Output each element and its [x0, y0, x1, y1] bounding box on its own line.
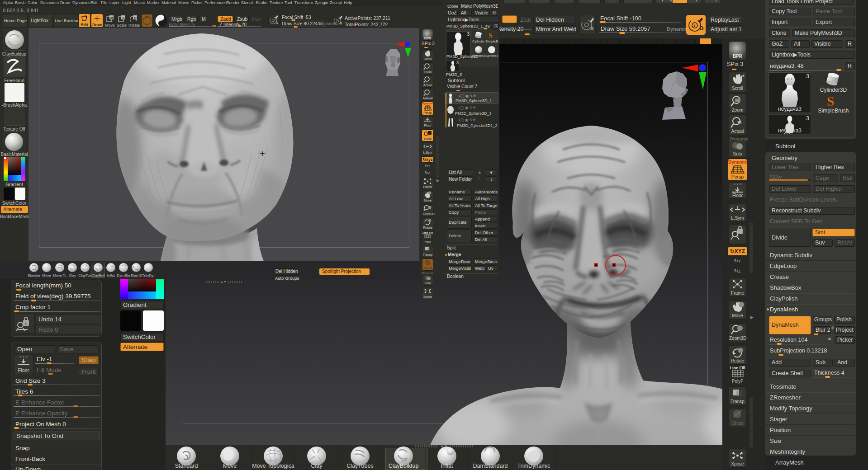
- svg-text:D: D: [340, 21, 342, 25]
- svg-text:S: S: [123, 16, 125, 20]
- svg-text:ClayTubes: ClayTubes: [346, 463, 373, 469]
- svg-text:DamStandard: DamStandard: [473, 463, 508, 469]
- svg-text:x1: x1: [737, 120, 742, 124]
- svg-text:Move Tc: Move Tc: [53, 273, 66, 277]
- svg-text:ClayBuildup: ClayBuildup: [389, 463, 419, 469]
- svg-text:DamSta: DamSta: [117, 273, 130, 277]
- svg-text:Clay: Clay: [311, 463, 323, 469]
- svg-text:Standar: Standar: [28, 273, 40, 277]
- svg-text:Inflat: Inflat: [107, 273, 115, 277]
- svg-text:M: M: [110, 16, 113, 20]
- svg-text:ClayTub: ClayTub: [78, 273, 92, 277]
- svg-text:S: S: [275, 21, 278, 25]
- svg-text:S: S: [489, 32, 493, 39]
- svg-text:ClayBuil: ClayBuil: [91, 273, 105, 277]
- svg-text:Clay: Clay: [69, 273, 76, 277]
- svg-text:S: S: [590, 26, 593, 31]
- svg-text:TrimDynamic: TrimDynamic: [517, 463, 550, 469]
- svg-text:S: S: [827, 94, 835, 108]
- svg-text:Move: Move: [42, 273, 51, 277]
- svg-text:D: D: [699, 25, 703, 32]
- svg-text:Move Topologica: Move Topologica: [252, 463, 294, 469]
- svg-text:TrimDyr: TrimDyr: [142, 273, 155, 277]
- svg-text:+: +: [693, 24, 696, 28]
- svg-text:Inflat: Inflat: [441, 463, 453, 469]
- svg-text:R: R: [134, 16, 137, 20]
- svg-text:Standard: Standard: [175, 463, 198, 469]
- svg-text:Slash3: Slash3: [131, 273, 142, 277]
- svg-text:c: c: [25, 321, 27, 325]
- svg-text:Move: Move: [223, 463, 237, 469]
